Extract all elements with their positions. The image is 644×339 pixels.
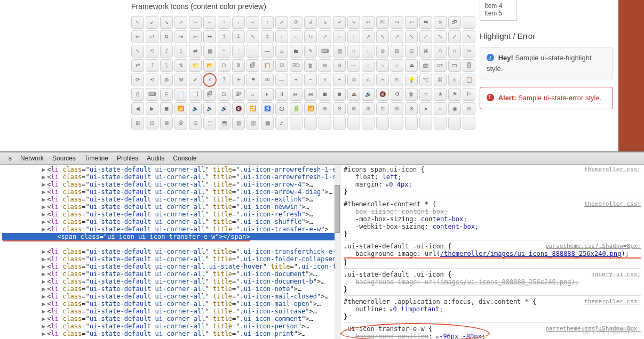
icon-button[interactable]: 🔈 — [189, 102, 202, 115]
icon-button[interactable]: ⇅ — [174, 59, 187, 72]
icon-button[interactable]: ⤡ — [405, 30, 418, 43]
icon-button[interactable]: ⌘ — [419, 45, 432, 58]
icon-button[interactable]: ⊘ — [362, 102, 375, 115]
icon-button[interactable]: ⌂ — [275, 45, 288, 58]
icon-button[interactable]: ▤ — [333, 45, 346, 58]
icon-button[interactable]: ✉ — [261, 74, 274, 86]
icon-button[interactable]: ↔ — [247, 16, 259, 29]
icon-button[interactable]: 🖿 — [290, 45, 303, 58]
icon-button[interactable]: ⤡ — [463, 30, 475, 43]
css-file-link[interactable]: jquery-ui.css: — [591, 271, 641, 278]
icon-button[interactable]: 💡 — [405, 74, 418, 86]
icon-button[interactable]: ☑ — [275, 59, 288, 72]
icon-button[interactable]: ⤡ — [434, 30, 447, 43]
icon-button[interactable]: ⤵ — [160, 59, 173, 72]
dom-scrollbar[interactable] — [335, 165, 340, 339]
icon-button[interactable]: ⊞ — [131, 117, 144, 130]
icon-button[interactable]: ↔ — [290, 30, 303, 43]
icon-button[interactable]: 🔉 — [203, 102, 216, 115]
icon-button[interactable]: ⊕ — [319, 59, 331, 72]
dom-row[interactable]: ▶<li class="ui-state-default ui-corner-a… — [2, 293, 340, 300]
icon-button[interactable]: × — [319, 74, 331, 86]
icon-button[interactable]: ⌂ — [362, 59, 375, 72]
icon-button[interactable]: 📶 — [174, 102, 187, 115]
icon-button[interactable]: ◀ — [131, 102, 144, 115]
icon-button[interactable]: ⊙ — [376, 102, 389, 115]
devtools-tab[interactable]: s — [4, 154, 16, 163]
devtools-tab[interactable]: Console — [169, 154, 201, 163]
icon-button[interactable]: ⬒ — [218, 117, 230, 130]
dom-row[interactable]: <span class="ui-icon ui-icon-transfer-e-… — [2, 233, 340, 240]
icon-button[interactable] — [419, 117, 432, 130]
icon-button[interactable]: ↪ — [391, 16, 403, 29]
icon-button[interactable]: 🗑 — [304, 59, 317, 72]
icon-button[interactable]: ☀ — [232, 74, 245, 86]
icon-button[interactable]: ↕ — [347, 30, 360, 43]
icon-button[interactable]: ← — [203, 16, 216, 29]
devtools-tab[interactable]: Profiles — [113, 154, 142, 163]
icon-button[interactable]: ⚙ — [347, 74, 360, 86]
icon-button[interactable]: 🔊 — [218, 102, 230, 115]
icon-button[interactable] — [333, 117, 346, 130]
icon-button[interactable] — [463, 16, 475, 29]
css-file-link[interactable]: themeroller.css: — [584, 298, 641, 305]
scroll-thumb[interactable] — [335, 185, 340, 233]
icon-button[interactable]: ⤵ — [174, 45, 187, 58]
icon-button[interactable]: ⎌ — [448, 45, 461, 58]
icon-button[interactable] — [463, 117, 475, 130]
devtools-tab[interactable]: Audits — [142, 154, 169, 163]
list-item[interactable]: Item 5 — [484, 10, 512, 17]
icon-button[interactable]: ⊠ — [160, 117, 173, 130]
css-rule[interactable]: jquery-ui.css:.ui-state-default .ui-icon… — [344, 271, 641, 293]
dom-row[interactable]: ▶<li class="ui-state-default ui-corner-a… — [2, 181, 340, 188]
icon-button[interactable] — [405, 117, 418, 130]
icon-button[interactable]: ↥ — [218, 30, 230, 43]
icon-button[interactable]: 🔇 — [232, 102, 245, 115]
icon-button[interactable]: ⋯ — [247, 45, 259, 58]
icon-button[interactable]: ⎘ — [391, 74, 403, 86]
icon-button[interactable]: ⏮ — [304, 88, 317, 101]
icon-button[interactable]: ⚒ — [174, 74, 187, 86]
icon-button[interactable]: ⬚ — [203, 117, 216, 130]
icon-button[interactable]: ? — [218, 74, 230, 86]
icon-button[interactable]: ★ — [434, 88, 447, 101]
icon-button[interactable]: ⚙ — [391, 88, 403, 101]
icon-button[interactable]: ⤶ — [333, 16, 346, 29]
icon-button[interactable]: ⏏ — [347, 88, 360, 101]
icon-button[interactable]: ⏵ — [261, 88, 274, 101]
icon-button[interactable] — [304, 117, 317, 130]
icon-button[interactable]: ⤢ — [319, 30, 331, 43]
icon-button[interactable]: ⇅ — [160, 30, 173, 43]
icon-button[interactable]: ⌘ — [434, 74, 447, 86]
icon-button[interactable]: ⤧ — [434, 16, 447, 29]
icon-button[interactable]: ⇄ — [146, 30, 158, 43]
dom-row[interactable]: ▶<li class="ui-state-default ui-corner-a… — [2, 225, 340, 233]
icon-button[interactable]: 🔇 — [376, 88, 389, 101]
css-file-link[interactable]: themeroller.css: — [584, 166, 641, 173]
icon-button[interactable]: ⤢ — [419, 30, 432, 43]
dom-tree[interactable]: ▶<li class="ui-state-default ui-corner-a… — [0, 165, 340, 339]
icon-button[interactable]: ↲ — [304, 16, 317, 29]
icon-button[interactable]: ⇤ — [131, 30, 144, 43]
icon-button[interactable]: ○ — [434, 102, 447, 115]
icon-button[interactable]: ⤢ — [448, 30, 461, 43]
icon-button[interactable]: ↖ — [131, 16, 144, 29]
icon-button[interactable]: ⏏ — [405, 59, 418, 72]
icon-button[interactable]: × — [203, 74, 216, 86]
dom-row[interactable]: ▶<li class="ui-state-default ui-corner-a… — [2, 203, 340, 211]
devtools-tab[interactable]: Timeline — [80, 154, 113, 163]
icon-button[interactable]: ↤ — [189, 30, 202, 43]
icon-button[interactable]: 🔊 — [362, 88, 375, 101]
icon-button[interactable]: 🏳 — [463, 88, 475, 101]
icon-button[interactable]: ⎌ — [347, 45, 360, 58]
list-item[interactable]: Item 4 — [484, 2, 512, 10]
devtools-tab[interactable]: Network — [16, 154, 48, 163]
icon-button[interactable]: ✂ — [376, 74, 389, 86]
icon-button[interactable]: ⌨ — [146, 88, 158, 101]
css-rule[interactable]: themeroller.css:#themeroller-content * {… — [344, 200, 641, 238]
icon-button[interactable]: ↙ — [146, 16, 158, 29]
css-rule[interactable]: themeroller.css:#themeroller .applicatio… — [344, 298, 641, 320]
icon-button[interactable]: ↕ — [275, 30, 288, 43]
icon-button[interactable]: ◉ — [448, 102, 461, 115]
icon-button[interactable]: ⏻ — [275, 102, 288, 115]
